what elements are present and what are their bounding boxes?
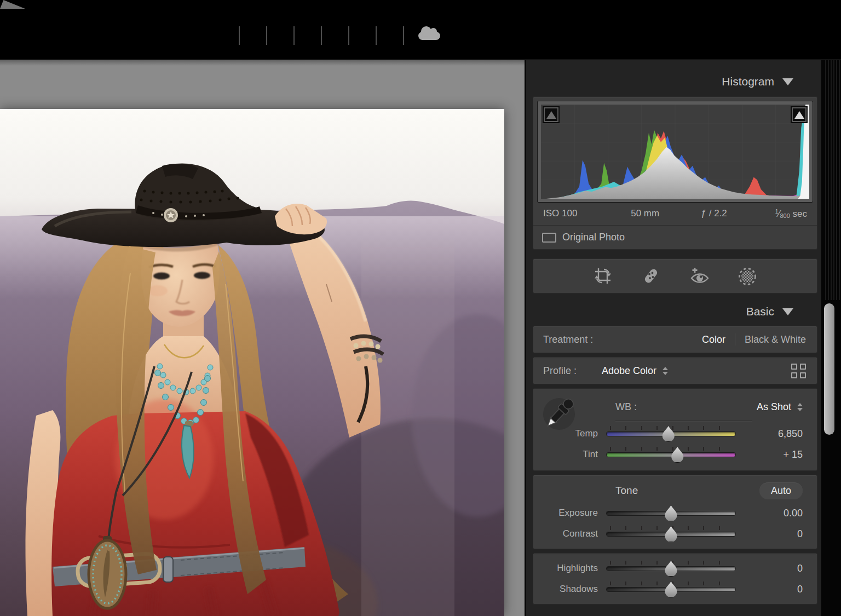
aperture-value: ƒ / 2.2 [681, 208, 747, 219]
wb-label: WB : [615, 401, 637, 413]
focal-length-value: 50 mm [609, 208, 681, 219]
wb-select[interactable]: As Shot [757, 401, 791, 413]
profile-browser-grid-icon[interactable] [791, 364, 806, 378]
nav-separator [293, 26, 295, 45]
updown-arrows-icon[interactable] [797, 403, 803, 411]
basic-panel-header[interactable]: Basic [533, 297, 817, 326]
profile-select[interactable]: Adobe Color [602, 365, 656, 377]
lightroom-window: Histogram [0, 0, 841, 616]
nav-separator [376, 26, 377, 45]
histogram-title: Histogram [722, 75, 774, 88]
white-balance-section: WB : As Shot Temp [533, 388, 817, 471]
iso-value: ISO 100 [543, 208, 609, 219]
panel-edge-strip [821, 60, 841, 616]
separator [735, 333, 735, 346]
slider-row-contrast: Contrast 0 [533, 523, 817, 544]
slider-ticks [610, 426, 734, 430]
slider-value: 0 [735, 584, 803, 595]
treatment-row: Treatment : Color Black & White [533, 326, 817, 353]
light-section: Highlights 0 Shadows [533, 553, 817, 605]
healing-tool-icon[interactable] [640, 265, 662, 287]
photo-canvas [0, 60, 525, 616]
shadow-clip-triangle-icon [546, 111, 556, 119]
slider-label: Tint [533, 449, 607, 460]
updown-arrows-icon[interactable] [663, 367, 668, 375]
slider-row-shadows: Shadows 0 [533, 579, 817, 600]
tone-label: Tone [615, 485, 638, 497]
right-panel: Histogram [525, 60, 841, 616]
basic-title: Basic [746, 305, 774, 318]
highlight-clipping-indicator[interactable] [792, 107, 807, 122]
slider-value: 0 [735, 563, 803, 574]
slider-value: + 15 [735, 449, 803, 460]
profile-label: Profile : [543, 365, 577, 377]
slider-ticks [610, 447, 734, 451]
module-nav [212, 20, 443, 51]
profile-row: Profile : Adobe Color [533, 357, 817, 384]
treatment-bw-option[interactable]: Black & White [745, 334, 806, 346]
cloud-sync-icon[interactable] [418, 32, 440, 40]
shutter-speed-value: 1⁄800 sec [747, 208, 807, 220]
top-panel-collapse-arrow-icon[interactable] [0, 0, 25, 9]
scrollbar-thumb[interactable] [824, 303, 834, 435]
slider-label: Exposure [533, 508, 607, 519]
tone-header-row: Tone Auto [533, 479, 817, 503]
slider-label: Highlights [533, 563, 607, 574]
histogram-chart [541, 105, 809, 199]
portrait-photo-illustration [0, 109, 504, 616]
highlight-clip-triangle-icon [794, 111, 804, 119]
nav-separator [403, 26, 404, 45]
original-photo-row: Original Photo [533, 225, 817, 249]
red-eye-tool-icon[interactable] [688, 265, 710, 287]
slider-value: 0.00 [735, 508, 803, 519]
collapse-triangle-icon[interactable] [782, 308, 793, 315]
crop-tool-icon[interactable] [592, 265, 614, 287]
slider-label: Contrast [533, 528, 607, 539]
slider-track[interactable] [607, 504, 735, 522]
slider-row-tint: Tint + 15 [533, 444, 817, 465]
original-photo-checkbox[interactable] [542, 233, 556, 243]
divider [615, 421, 752, 421]
masking-tool-icon[interactable] [736, 265, 758, 287]
slider-row-highlights: Highlights 0 [533, 558, 817, 579]
loupe-photo[interactable] [0, 109, 504, 616]
shadow-clipping-indicator[interactable] [544, 107, 558, 122]
exif-readout: ISO 100 50 mm ƒ / 2.2 1⁄800 sec [533, 202, 817, 225]
slider-track[interactable] [607, 445, 735, 464]
histogram-module: ISO 100 50 mm ƒ / 2.2 1⁄800 sec Original… [533, 96, 817, 250]
histogram-panel-header[interactable]: Histogram [533, 60, 817, 96]
slider-track[interactable] [607, 424, 735, 443]
slider-track[interactable] [607, 580, 735, 598]
slider-track[interactable] [607, 559, 735, 578]
slider-track[interactable] [607, 525, 735, 543]
slider-value: 0 [735, 528, 803, 540]
slider-row-exposure: Exposure 0.00 [533, 503, 817, 523]
nav-separator [239, 26, 240, 45]
slider-knob[interactable] [665, 505, 678, 521]
module-picker-bar [0, 0, 841, 60]
slider-value: 6,850 [735, 428, 803, 440]
panel-ribs-texture [825, 60, 840, 300]
slider-label: Shadows [533, 584, 607, 595]
nav-separator [266, 26, 267, 45]
tool-strip [533, 258, 817, 293]
tone-section: Tone Auto Exposure 0.00 [533, 475, 817, 549]
treatment-label: Treatment : [543, 334, 593, 346]
collapse-triangle-icon[interactable] [782, 78, 793, 85]
nav-separator [348, 26, 349, 45]
histogram-plot[interactable] [541, 105, 809, 199]
nav-separator [321, 26, 322, 45]
original-photo-label: Original Photo [562, 232, 625, 243]
auto-tone-button[interactable]: Auto [759, 482, 803, 499]
treatment-color-option[interactable]: Color [702, 334, 725, 346]
white-balance-eyedropper-icon[interactable] [542, 393, 578, 436]
